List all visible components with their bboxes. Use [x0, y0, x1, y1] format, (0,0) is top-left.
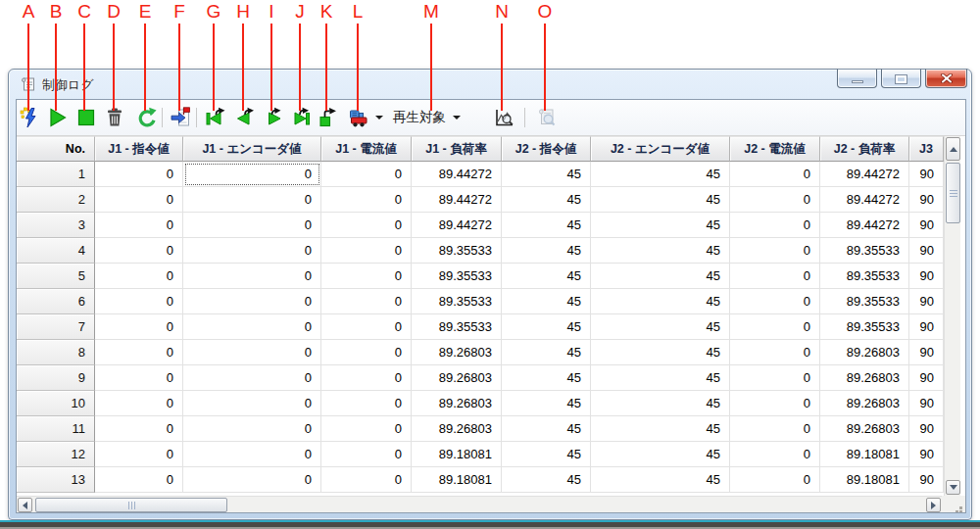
data-cell[interactable]: 89.44272: [412, 187, 502, 213]
data-cell[interactable]: 0: [183, 340, 321, 365]
data-cell[interactable]: 89.18081: [412, 467, 502, 493]
data-cell[interactable]: 89.35533: [412, 238, 502, 264]
data-cell[interactable]: 45: [591, 213, 730, 238]
data-cell[interactable]: 0: [730, 289, 820, 314]
data-cell[interactable]: 45: [502, 442, 591, 467]
go-last-button[interactable]: [291, 107, 313, 128]
resize-grip-icon[interactable]: [959, 506, 962, 509]
data-cell[interactable]: 89.35533: [820, 238, 909, 264]
data-cell[interactable]: 0: [730, 391, 820, 416]
data-cell[interactable]: 0: [730, 162, 820, 187]
data-cell[interactable]: 90: [909, 365, 944, 391]
scroll-right-button[interactable]: [926, 498, 941, 512]
data-cell[interactable]: 89.26803: [820, 416, 909, 442]
data-cell[interactable]: 89.26803: [412, 391, 502, 416]
data-cell[interactable]: 0: [95, 442, 183, 467]
data-cell[interactable]: 90: [909, 391, 944, 416]
data-cell[interactable]: 0: [183, 289, 321, 314]
row-header-cell[interactable]: 2: [17, 187, 95, 213]
data-cell[interactable]: 0: [95, 162, 183, 187]
row-header-cell[interactable]: 8: [17, 340, 95, 365]
data-cell[interactable]: 0: [183, 467, 321, 493]
step-back-button[interactable]: [234, 107, 256, 128]
data-cell[interactable]: 89.35533: [412, 264, 502, 289]
row-header-cell[interactable]: 13: [17, 467, 95, 493]
data-cell[interactable]: 90: [909, 416, 944, 442]
data-cell[interactable]: 45: [502, 238, 591, 264]
data-cell[interactable]: 45: [502, 365, 591, 391]
data-cell[interactable]: 0: [730, 238, 820, 264]
data-cell[interactable]: 0: [730, 340, 820, 365]
data-cell[interactable]: 0: [183, 416, 321, 442]
data-cell[interactable]: 0: [730, 213, 820, 238]
data-cell[interactable]: 45: [502, 162, 591, 187]
data-cell[interactable]: 0: [321, 187, 412, 213]
data-cell[interactable]: 89.26803: [412, 416, 502, 442]
column-header[interactable]: J2 - 負荷率: [820, 136, 909, 162]
row-header-cell[interactable]: 3: [17, 213, 95, 238]
horizontal-scrollbar[interactable]: [17, 496, 942, 512]
data-cell[interactable]: 0: [730, 442, 820, 467]
data-cell[interactable]: 45: [591, 162, 730, 187]
data-cell[interactable]: 45: [502, 467, 591, 493]
data-cell[interactable]: 0: [321, 162, 412, 187]
data-cell[interactable]: 0: [183, 238, 321, 264]
row-header-cell[interactable]: 9: [17, 365, 95, 391]
data-cell[interactable]: 45: [502, 314, 591, 340]
data-cell[interactable]: 89.18081: [412, 442, 502, 467]
column-header[interactable]: J1 - エンコーダ値: [183, 136, 321, 162]
stop-button[interactable]: [75, 107, 97, 128]
data-cell[interactable]: 0: [321, 340, 412, 365]
data-cell[interactable]: 89.35533: [820, 289, 909, 314]
data-cell[interactable]: 0: [95, 314, 183, 340]
row-header-cell[interactable]: 1: [17, 162, 95, 187]
horizontal-scrollbar-thumb[interactable]: [35, 498, 227, 512]
move-to-button[interactable]: [318, 107, 339, 128]
column-header[interactable]: J2 - 指令値: [502, 136, 591, 162]
row-header-cell[interactable]: 7: [17, 314, 95, 340]
column-header[interactable]: J1 - 負荷率: [412, 136, 502, 162]
row-header-cell[interactable]: 4: [17, 238, 95, 264]
data-cell[interactable]: 89.35533: [820, 264, 909, 289]
data-cell[interactable]: 90: [909, 238, 944, 264]
title-bar[interactable]: 制御ログ: [9, 70, 971, 99]
data-cell[interactable]: 0: [183, 442, 321, 467]
data-cell[interactable]: 0: [95, 365, 183, 391]
data-cell[interactable]: 45: [591, 416, 730, 442]
vertical-scrollbar[interactable]: [944, 136, 960, 496]
data-cell[interactable]: 45: [591, 187, 730, 213]
data-cell[interactable]: 89.44272: [820, 213, 909, 238]
data-cell[interactable]: 0: [95, 213, 183, 238]
data-cell[interactable]: 0: [730, 264, 820, 289]
data-cell[interactable]: 90: [909, 213, 944, 238]
data-cell[interactable]: 89.26803: [820, 340, 909, 365]
data-cell[interactable]: 0: [95, 264, 183, 289]
data-cell[interactable]: 0: [730, 187, 820, 213]
scroll-left-button[interactable]: [18, 498, 32, 512]
data-cell[interactable]: 0: [183, 187, 321, 213]
column-header[interactable]: J1 - 指令値: [95, 136, 183, 162]
export-button[interactable]: [171, 107, 192, 128]
data-cell[interactable]: 90: [909, 340, 944, 365]
data-cell[interactable]: 0: [321, 467, 412, 493]
data-cell[interactable]: 0: [183, 365, 321, 391]
row-header-cell[interactable]: 11: [17, 416, 95, 442]
data-cell[interactable]: 45: [591, 391, 730, 416]
run-button[interactable]: [20, 107, 41, 128]
row-header-cell[interactable]: 10: [17, 391, 95, 416]
data-cell[interactable]: 0: [95, 289, 183, 314]
go-first-button[interactable]: [205, 107, 226, 128]
data-cell[interactable]: 89.26803: [820, 365, 909, 391]
data-cell[interactable]: 45: [591, 289, 730, 314]
data-cell[interactable]: 0: [183, 162, 321, 187]
data-cell[interactable]: 89.35533: [412, 314, 502, 340]
data-cell[interactable]: 45: [591, 442, 730, 467]
data-cell[interactable]: 89.44272: [412, 162, 502, 187]
data-cell[interactable]: 89.44272: [820, 187, 909, 213]
scroll-down-button[interactable]: [946, 480, 960, 495]
data-cell[interactable]: 0: [95, 416, 183, 442]
data-cell[interactable]: 0: [183, 314, 321, 340]
maximize-button[interactable]: [881, 69, 921, 88]
data-cell[interactable]: 0: [321, 213, 412, 238]
data-cell[interactable]: 0: [730, 365, 820, 391]
